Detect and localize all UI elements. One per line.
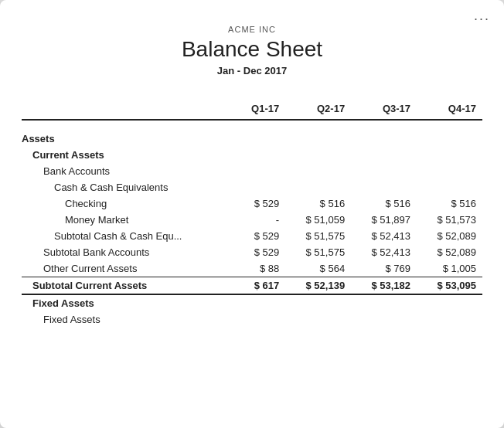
checking-row: Checking $ 529 $ 516 $ 516 $ 516	[22, 195, 482, 212]
current-assets-label: Current Assets	[22, 147, 234, 163]
checking-q1: $ 529	[234, 195, 285, 212]
other-current-q4: $ 1,005	[417, 260, 482, 277]
assets-header-row: Assets	[22, 131, 482, 147]
subtotal-current-q4: $ 53,095	[417, 277, 482, 295]
subtotal-cash-row: Subtotal Cash & Cash Equ... $ 529 $ 51,5…	[22, 228, 482, 244]
col-header-q2: Q2-17	[285, 98, 351, 120]
subtotal-cash-q2: $ 51,575	[285, 228, 351, 244]
other-current-label: Other Current Assets	[22, 260, 234, 277]
checking-q2: $ 516	[285, 195, 351, 212]
subtotal-bank-q2: $ 51,575	[285, 244, 351, 260]
report-title: Balance Sheet	[0, 37, 504, 62]
col-header-q3: Q3-17	[351, 98, 417, 120]
money-market-q2: $ 51,059	[285, 212, 351, 228]
fixed-assets-sub-row: Fixed Assets	[22, 311, 482, 328]
subtotal-bank-label: Subtotal Bank Accounts	[22, 244, 234, 260]
bank-accounts-label: Bank Accounts	[22, 163, 234, 179]
cash-equiv-row: Cash & Cash Equivalents	[22, 179, 482, 195]
money-market-q1: -	[234, 212, 285, 228]
checking-q3: $ 516	[351, 195, 417, 212]
subtotal-cash-label: Subtotal Cash & Cash Equ...	[22, 228, 234, 244]
subtotal-current-row: Subtotal Current Assets $ 617 $ 52,139 $…	[22, 277, 482, 295]
subtotal-current-label: Subtotal Current Assets	[22, 277, 234, 295]
checking-q4: $ 516	[417, 195, 482, 212]
subtotal-bank-row: Subtotal Bank Accounts $ 529 $ 51,575 $ …	[22, 244, 482, 260]
report-period: Jan - Dec 2017	[0, 65, 504, 76]
fixed-assets-label: Fixed Assets	[22, 294, 234, 311]
fixed-assets-header-row: Fixed Assets	[22, 294, 482, 311]
spacer	[22, 120, 482, 131]
col-header-q4: Q4-17	[417, 98, 482, 120]
subtotal-bank-q4: $ 52,089	[417, 244, 482, 260]
subtotal-cash-q3: $ 52,413	[351, 228, 417, 244]
subtotal-bank-q3: $ 52,413	[351, 244, 417, 260]
subtotal-cash-q4: $ 52,089	[417, 228, 482, 244]
subtotal-current-q3: $ 53,182	[351, 277, 417, 295]
col-header-label	[22, 98, 234, 120]
current-assets-header-row: Current Assets	[22, 147, 482, 163]
report-header: ACME INC Balance Sheet Jan - Dec 2017	[0, 0, 504, 84]
subtotal-cash-q1: $ 529	[234, 228, 285, 244]
money-market-label: Money Market	[22, 212, 234, 228]
other-current-q2: $ 564	[285, 260, 351, 277]
money-market-q3: $ 51,897	[351, 212, 417, 228]
fixed-assets-sub-label: Fixed Assets	[22, 311, 234, 328]
other-current-q3: $ 769	[351, 260, 417, 277]
subtotal-bank-q1: $ 529	[234, 244, 285, 260]
menu-dots-button[interactable]: ···	[474, 11, 490, 27]
balance-sheet-table: Q1-17 Q2-17 Q3-17 Q4-17 Assets	[22, 98, 482, 328]
company-name: ACME INC	[0, 25, 504, 34]
col-header-q1: Q1-17	[234, 98, 285, 120]
other-current-q1: $ 88	[234, 260, 285, 277]
assets-label: Assets	[22, 131, 234, 147]
subtotal-current-q2: $ 52,139	[285, 277, 351, 295]
subtotal-current-q1: $ 617	[234, 277, 285, 295]
money-market-row: Money Market - $ 51,059 $ 51,897 $ 51,57…	[22, 212, 482, 228]
money-market-q4: $ 51,573	[417, 212, 482, 228]
other-current-row: Other Current Assets $ 88 $ 564 $ 769 $ …	[22, 260, 482, 277]
checking-label: Checking	[22, 195, 234, 212]
column-header-row: Q1-17 Q2-17 Q3-17 Q4-17	[22, 98, 482, 120]
bank-accounts-row: Bank Accounts	[22, 163, 482, 179]
table-container: Q1-17 Q2-17 Q3-17 Q4-17 Assets	[0, 84, 504, 328]
cash-equiv-label: Cash & Cash Equivalents	[22, 179, 234, 195]
report-window: ··· ACME INC Balance Sheet Jan - Dec 201…	[0, 0, 504, 428]
